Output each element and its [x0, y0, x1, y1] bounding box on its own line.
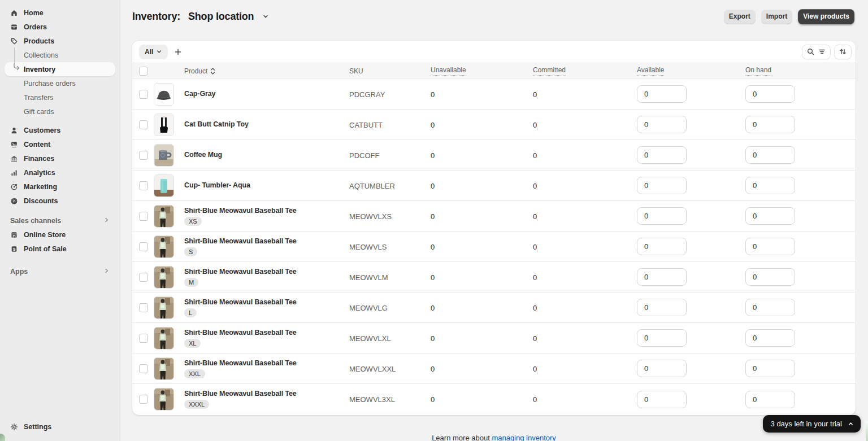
available-input[interactable] — [637, 268, 687, 286]
sidebar-item-gift-cards[interactable]: Gift cards — [5, 104, 115, 119]
sidebar-item-inventory[interactable]: Inventory — [5, 62, 115, 76]
sidebar-item-finances[interactable]: Finances — [5, 151, 115, 165]
footer-help: Learn more about managing inventory — [132, 434, 856, 441]
filter-tab-all[interactable]: All — [139, 45, 168, 59]
export-button[interactable]: Export — [724, 9, 756, 24]
product-name-link[interactable]: Shirt-Blue Meowavul Baseball Tee — [184, 329, 297, 337]
row-checkbox[interactable] — [139, 242, 148, 251]
search-filter-button[interactable] — [802, 45, 831, 59]
product-name-link[interactable]: Shirt-Blue Meowavul Baseball Tee — [184, 390, 297, 398]
product-name-link[interactable]: Shirt-Blue Meowavul Baseball Tee — [184, 237, 297, 246]
sidebar-item-settings[interactable]: Settings — [5, 420, 115, 434]
product-thumbnail[interactable] — [154, 327, 174, 350]
sku-value: MEOWVLXS — [349, 212, 392, 221]
on-hand-input[interactable] — [745, 299, 795, 316]
committed-value: 0 — [533, 151, 537, 160]
product-name-link[interactable]: Shirt-Blue Meowavul Baseball Tee — [184, 298, 297, 307]
on-hand-input[interactable] — [745, 391, 795, 408]
product-name-link[interactable]: Shirt-Blue Meowavul Baseball Tee — [184, 359, 297, 368]
available-input[interactable] — [637, 238, 687, 255]
row-checkbox[interactable] — [139, 151, 148, 160]
table-row: Shirt-Blue Meowavul Baseball TeeXLMEOWVL… — [132, 323, 856, 353]
product-thumbnail[interactable] — [154, 388, 174, 411]
sort-button[interactable] — [834, 45, 852, 59]
sidebar-item-collections[interactable]: Collections — [5, 48, 115, 62]
product-thumbnail[interactable] — [154, 174, 174, 197]
sidebar-item-customers[interactable]: Customers — [5, 123, 115, 137]
sidebar-item-label: Analytics — [24, 169, 55, 177]
on-hand-input[interactable] — [745, 238, 795, 255]
online-store-icon — [10, 231, 18, 239]
sidebar-item-home[interactable]: Home — [5, 6, 115, 20]
sort-direction-icon[interactable] — [210, 68, 215, 75]
sidebar-item-marketing[interactable]: Marketing — [5, 180, 115, 194]
column-header-product[interactable]: Product — [184, 67, 207, 75]
available-input[interactable] — [637, 116, 687, 133]
available-input[interactable] — [637, 177, 687, 194]
product-name-link[interactable]: Coffee Mug — [184, 151, 222, 159]
sidebar-item-point-of-sale[interactable]: $Point of Sale — [5, 242, 115, 256]
product-name-link[interactable]: Shirt-Blue Meowavul Baseball Tee — [184, 268, 297, 276]
row-checkbox[interactable] — [139, 334, 148, 343]
unavailable-value: 0 — [431, 304, 435, 312]
product-name-link[interactable]: Cat Butt Catnip Toy — [184, 120, 249, 129]
row-checkbox[interactable] — [139, 181, 148, 190]
available-input[interactable] — [637, 329, 687, 347]
row-checkbox[interactable] — [139, 364, 148, 373]
on-hand-input[interactable] — [745, 146, 795, 164]
sales-channels-header[interactable]: Sales channels — [5, 213, 115, 228]
available-input[interactable] — [637, 299, 687, 316]
sidebar-item-purchase-orders[interactable]: Purchase orders — [5, 76, 115, 90]
product-thumbnail[interactable] — [154, 113, 174, 136]
sidebar-item-online-store[interactable]: Online Store — [5, 228, 115, 242]
row-checkbox[interactable] — [139, 212, 148, 221]
product-thumbnail[interactable] — [154, 205, 174, 228]
select-all-checkbox[interactable] — [139, 67, 148, 76]
available-input[interactable] — [637, 391, 687, 408]
row-checkbox[interactable] — [139, 303, 148, 312]
sidebar-item-transfers[interactable]: Transfers — [5, 90, 115, 104]
row-checkbox[interactable] — [139, 273, 148, 282]
product-thumbnail[interactable] — [154, 144, 174, 167]
available-input[interactable] — [637, 85, 687, 103]
trial-status-button[interactable]: 3 days left in your trial — [763, 415, 861, 433]
on-hand-input[interactable] — [745, 207, 795, 225]
apps-header[interactable]: Apps — [5, 264, 115, 278]
product-thumbnail[interactable] — [154, 83, 174, 106]
available-input[interactable] — [637, 207, 687, 225]
row-checkbox[interactable] — [139, 395, 148, 404]
product-thumbnail[interactable] — [154, 235, 174, 258]
import-button[interactable]: Import — [761, 9, 792, 24]
unavailable-value: 0 — [431, 365, 435, 373]
view-products-button[interactable]: View products — [798, 9, 854, 24]
on-hand-input[interactable] — [745, 116, 795, 133]
add-view-button[interactable] — [171, 45, 185, 59]
product-thumbnail[interactable] — [154, 357, 174, 380]
location-chevron-down-icon[interactable] — [262, 12, 270, 20]
on-hand-input[interactable] — [745, 329, 795, 347]
unavailable-value: 0 — [431, 121, 435, 129]
product-name-link[interactable]: Cup- Tumbler- Aqua — [184, 181, 250, 190]
row-checkbox[interactable] — [139, 120, 148, 129]
location-selector-label[interactable]: Shop location — [188, 11, 254, 23]
sidebar-item-discounts[interactable]: Discounts — [5, 194, 115, 208]
available-input[interactable] — [637, 360, 687, 377]
on-hand-input[interactable] — [745, 85, 795, 103]
on-hand-input[interactable] — [745, 360, 795, 377]
product-thumbnail[interactable] — [154, 296, 174, 319]
footer-help-text: Learn more about — [432, 434, 492, 441]
on-hand-input[interactable] — [745, 177, 795, 194]
table-row: Shirt-Blue Meowavul Baseball TeeXXLMEOWV… — [132, 353, 856, 384]
sidebar-item-products[interactable]: Products — [5, 34, 115, 48]
product-name-link[interactable]: Cap-Gray — [184, 90, 215, 98]
managing-inventory-link[interactable]: managing inventory — [492, 434, 555, 441]
row-checkbox[interactable] — [139, 90, 148, 99]
sidebar-item-analytics[interactable]: Analytics — [5, 165, 115, 180]
sidebar-item-content[interactable]: Content — [5, 137, 115, 151]
product-name-link[interactable]: Shirt-Blue Meowavul Baseball Tee — [184, 207, 297, 215]
sidebar-item-orders[interactable]: Orders — [5, 20, 115, 34]
on-hand-input[interactable] — [745, 268, 795, 286]
available-input[interactable] — [637, 146, 687, 164]
product-thumbnail[interactable] — [154, 266, 174, 289]
filter-tab-all-label: All — [145, 48, 153, 56]
